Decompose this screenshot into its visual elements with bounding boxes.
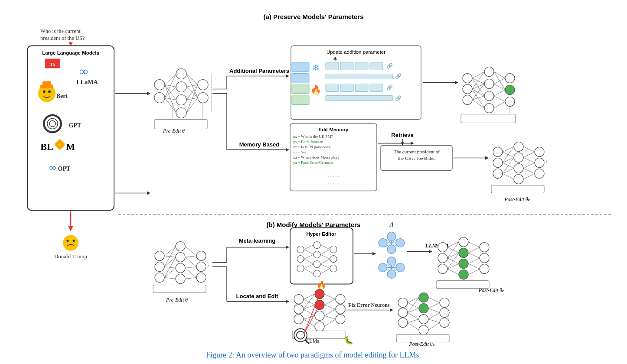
svg-point-24 <box>58 140 62 143</box>
svg-text:🔥: 🔥 <box>317 280 327 290</box>
svg-point-162 <box>514 153 523 162</box>
svg-point-261 <box>379 263 387 272</box>
svg-line-182 <box>523 174 535 179</box>
svg-text:Pre-Edit θ: Pre-Edit θ <box>166 297 188 303</box>
svg-line-346 <box>408 313 419 319</box>
svg-line-347 <box>408 319 419 323</box>
svg-point-43 <box>154 93 165 103</box>
svg-point-23 <box>62 143 65 146</box>
svg-point-194 <box>196 251 206 261</box>
svg-rect-113 <box>461 114 516 123</box>
svg-line-350 <box>428 303 440 309</box>
svg-point-252 <box>387 232 396 241</box>
svg-line-200 <box>164 247 176 267</box>
svg-line-198 <box>164 247 176 256</box>
svg-point-42 <box>154 80 165 90</box>
svg-text:T5: T5 <box>50 62 56 67</box>
svg-point-25 <box>58 146 62 150</box>
svg-line-128 <box>494 90 505 96</box>
svg-point-106 <box>484 67 494 77</box>
svg-point-112 <box>505 97 515 107</box>
svg-text:Fix Error Neurons: Fix Error Neurons <box>348 302 390 308</box>
svg-marker-76 <box>286 75 289 78</box>
svg-text:x₂ = Is HCN poisonous?: x₂ = Is HCN poisonous? <box>293 145 332 149</box>
svg-line-353 <box>428 319 440 323</box>
svg-line-307 <box>304 294 315 299</box>
svg-text:Additional Parameters: Additional Parameters <box>229 68 289 74</box>
svg-text:The current president of: The current president of <box>394 149 440 154</box>
svg-line-315 <box>324 299 336 305</box>
svg-line-124 <box>494 72 505 78</box>
svg-line-293 <box>468 258 480 264</box>
svg-rect-86 <box>340 62 353 70</box>
svg-point-263 <box>387 270 396 279</box>
svg-text:LLaMA: LLaMA <box>77 79 98 85</box>
svg-text:Large Language Models: Large Language Models <box>42 50 99 55</box>
svg-marker-41 <box>147 192 150 195</box>
svg-marker-135 <box>286 148 289 152</box>
svg-line-58 <box>165 98 176 113</box>
svg-point-189 <box>155 273 164 283</box>
svg-point-165 <box>535 147 544 157</box>
svg-point-226 <box>297 246 304 253</box>
svg-line-308 <box>304 299 315 305</box>
svg-line-57 <box>165 98 176 100</box>
svg-text:x₁ = Who is the UK PM?: x₁ = Who is the UK PM? <box>293 134 333 139</box>
svg-marker-152 <box>401 143 404 146</box>
svg-line-55 <box>165 74 176 98</box>
svg-marker-29 <box>68 226 73 231</box>
svg-point-339 <box>440 308 449 318</box>
svg-point-160 <box>493 169 503 179</box>
svg-text:Donald Trump: Donald Trump <box>54 253 87 260</box>
svg-point-335 <box>419 304 428 313</box>
svg-line-171 <box>503 147 514 163</box>
svg-line-66 <box>186 98 198 113</box>
svg-point-195 <box>196 262 206 272</box>
svg-text:🔗: 🔗 <box>386 84 393 91</box>
svg-point-196 <box>196 273 206 283</box>
svg-line-179 <box>523 158 535 163</box>
svg-line-348 <box>408 323 419 330</box>
svg-line-294 <box>468 264 480 269</box>
svg-text:Post-Edit θe: Post-Edit θe <box>478 287 504 293</box>
svg-point-302 <box>315 322 324 332</box>
svg-point-275 <box>459 248 468 258</box>
svg-line-59 <box>186 74 198 85</box>
svg-point-334 <box>419 293 428 302</box>
svg-text:(b) Modify Models' Parameters: (b) Modify Models' Parameters <box>267 221 361 228</box>
svg-point-45 <box>176 82 186 92</box>
svg-point-331 <box>398 298 408 308</box>
svg-point-107 <box>484 79 494 89</box>
svg-text:Bert: Bert <box>56 93 68 99</box>
svg-text:president of the US?: president of the US? <box>40 35 85 41</box>
svg-point-340 <box>440 318 449 328</box>
svg-point-230 <box>314 251 320 258</box>
svg-point-193 <box>176 274 185 284</box>
svg-rect-95 <box>340 84 353 92</box>
svg-line-207 <box>185 256 196 257</box>
svg-point-276 <box>459 259 468 269</box>
svg-point-188 <box>155 262 164 272</box>
svg-line-174 <box>503 158 514 174</box>
svg-line-129 <box>494 96 505 102</box>
svg-point-272 <box>438 254 447 263</box>
svg-rect-197 <box>153 285 206 293</box>
svg-point-31 <box>67 240 69 242</box>
svg-rect-83 <box>292 84 309 94</box>
svg-marker-217 <box>286 246 289 249</box>
svg-point-279 <box>480 254 489 263</box>
svg-text:🐛: 🐛 <box>344 335 354 345</box>
svg-text:· · · · ·: · · · · · <box>328 167 340 173</box>
svg-rect-94 <box>326 84 339 92</box>
svg-rect-99 <box>326 96 393 101</box>
svg-rect-84 <box>292 95 309 105</box>
svg-point-260 <box>387 257 396 266</box>
svg-text:x₃ = Where does Messi play?: x₃ = Where does Messi play? <box>293 155 339 159</box>
svg-point-305 <box>336 315 345 324</box>
svg-rect-80 <box>292 62 309 72</box>
svg-point-22 <box>55 143 58 146</box>
svg-marker-250 <box>372 252 376 256</box>
svg-line-211 <box>185 278 196 279</box>
svg-line-203 <box>164 257 176 278</box>
svg-line-201 <box>164 257 176 267</box>
